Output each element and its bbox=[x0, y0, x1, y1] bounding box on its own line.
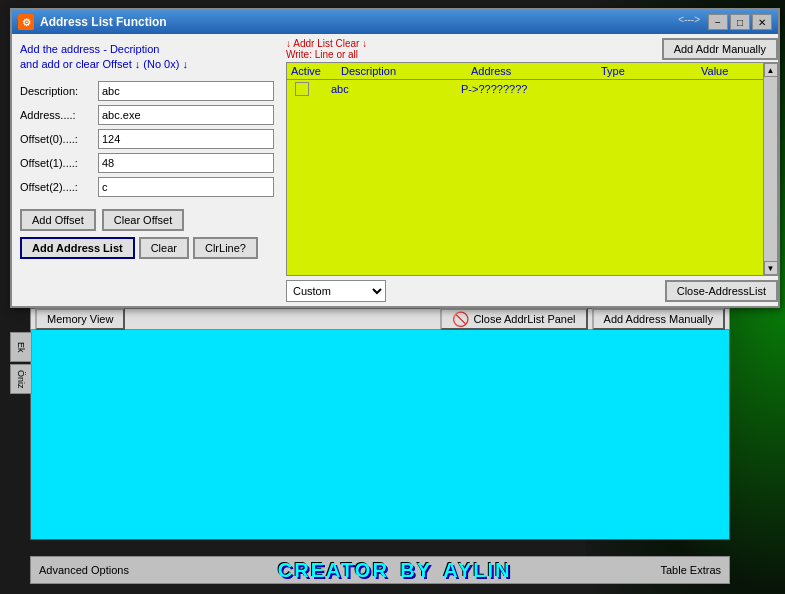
dialog-title: Address List Function bbox=[40, 15, 167, 29]
col-header-type: Type bbox=[597, 65, 697, 77]
dialog-body: Add the address - Decription and add or … bbox=[12, 34, 778, 306]
address-row: Address....: bbox=[20, 105, 274, 125]
side-buttons: Ek Öniz bbox=[10, 332, 32, 394]
offset1-input[interactable] bbox=[98, 153, 274, 173]
creator-branding: CREATOR BY AYLIN bbox=[278, 559, 512, 582]
offset1-label: Offset(1)....: bbox=[20, 157, 98, 169]
add-addr-manually-right-button[interactable]: Add Addr Manually bbox=[662, 38, 778, 60]
bottom-buttons: Add Offset Clear Offset bbox=[20, 209, 274, 231]
titlebar-buttons: <---> − □ ✕ bbox=[678, 14, 772, 30]
right-controls: Custom Default Close-AddressList bbox=[286, 280, 778, 302]
close-addresslist-button[interactable]: Close-AddressList bbox=[665, 280, 778, 302]
offset0-label: Offset(0)....: bbox=[20, 133, 98, 145]
offset2-label: Offset(2)....: bbox=[20, 181, 98, 193]
side-oniz-button[interactable]: Öniz bbox=[10, 364, 32, 394]
address-list-dialog: ⚙ Address List Function <---> − □ ✕ Add … bbox=[10, 8, 780, 308]
addr-table: Active Description Address Type Value bbox=[286, 62, 778, 276]
table-extras-label: Table Extras bbox=[660, 564, 721, 576]
table-row: abc P->???????? bbox=[287, 80, 777, 98]
description-label: Description: bbox=[20, 85, 98, 97]
aylin-text: AYLIN bbox=[443, 559, 511, 581]
offset0-row: Offset(0)....: bbox=[20, 129, 274, 149]
add-offset-button[interactable]: Add Offset bbox=[20, 209, 96, 231]
add-address-list-button[interactable]: Add Address List bbox=[20, 237, 135, 259]
add-address-manually-button[interactable]: Add Address Manually bbox=[592, 308, 725, 330]
dialog-icon: ⚙ bbox=[18, 14, 34, 30]
row-checkbox[interactable] bbox=[295, 82, 309, 96]
description-row: Description: bbox=[20, 81, 274, 101]
offset0-input[interactable] bbox=[98, 129, 274, 149]
table-header: Active Description Address Type Value bbox=[287, 63, 777, 80]
clear-button[interactable]: Clear bbox=[139, 237, 189, 259]
scroll-down-arrow[interactable]: ▼ bbox=[764, 261, 778, 275]
right-panel: ↓ Addr List Clear ↓ Write: Line or all A… bbox=[282, 34, 782, 306]
address-input[interactable] bbox=[98, 105, 274, 125]
maximize-button[interactable]: □ bbox=[730, 14, 750, 30]
cyan-panel bbox=[30, 310, 730, 540]
no-icon: 🚫 bbox=[452, 311, 469, 327]
add-addr-buttons: Add Address List Clear ClrLine? bbox=[20, 237, 274, 259]
advanced-options-label: Advanced Options bbox=[39, 564, 129, 576]
dialog-title-area: ⚙ Address List Function bbox=[18, 14, 167, 30]
col-header-active: Active bbox=[287, 65, 337, 77]
clrline-button[interactable]: ClrLine? bbox=[193, 237, 258, 259]
minimize-button[interactable]: − bbox=[708, 14, 728, 30]
addr-list-header: ↓ Addr List Clear ↓ Write: Line or all A… bbox=[286, 38, 778, 60]
scroll-up-arrow[interactable]: ▲ bbox=[764, 63, 778, 77]
addr-hint: ↓ Addr List Clear ↓ Write: Line or all bbox=[286, 38, 367, 60]
by-text: BY bbox=[400, 559, 432, 581]
row-address: P->???????? bbox=[457, 83, 587, 95]
col-header-description: Description bbox=[337, 65, 467, 77]
close-button[interactable]: ✕ bbox=[752, 14, 772, 30]
arrow-label: <---> bbox=[678, 14, 700, 30]
col-header-address: Address bbox=[467, 65, 597, 77]
memory-view-button[interactable]: Memory View bbox=[35, 308, 125, 330]
offset1-row: Offset(1)....: bbox=[20, 153, 274, 173]
hint-text: Add the address - Decription and add or … bbox=[20, 42, 274, 73]
bottom-bar: Advanced Options CREATOR BY AYLIN Table … bbox=[30, 556, 730, 584]
custom-dropdown[interactable]: Custom Default bbox=[286, 280, 386, 302]
left-panel: Add the address - Decription and add or … bbox=[12, 34, 282, 306]
description-input[interactable] bbox=[98, 81, 274, 101]
offset2-row: Offset(2)....: bbox=[20, 177, 274, 197]
table-scrollbar[interactable]: ▲ ▼ bbox=[763, 63, 777, 275]
dialog-titlebar: ⚙ Address List Function <---> − □ ✕ bbox=[12, 10, 778, 34]
close-addrlist-panel-button[interactable]: 🚫 Close AddrList Panel bbox=[440, 308, 587, 330]
clear-offset-button[interactable]: Clear Offset bbox=[102, 209, 185, 231]
bottom-toolbar: Memory View 🚫 Close AddrList Panel Add A… bbox=[30, 308, 730, 330]
creator-text: CREATOR bbox=[278, 559, 389, 581]
offset2-input[interactable] bbox=[98, 177, 274, 197]
address-label: Address....: bbox=[20, 109, 98, 121]
row-description: abc bbox=[327, 83, 457, 95]
side-ek-button[interactable]: Ek bbox=[10, 332, 32, 362]
